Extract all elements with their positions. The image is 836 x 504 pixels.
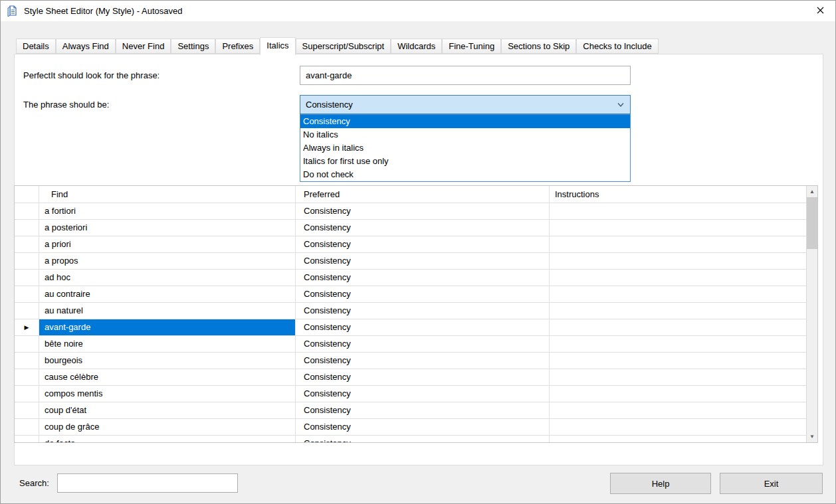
- header-preferred[interactable]: Preferred: [296, 186, 550, 203]
- header-instructions[interactable]: Instructions: [550, 186, 806, 203]
- phrase-table: Find Preferred Instructions a fortioriCo…: [14, 185, 818, 443]
- cell-find: avant-garde: [39, 319, 296, 336]
- row-selector[interactable]: [15, 286, 39, 303]
- cell-instructions: [550, 220, 806, 236]
- table-row[interactable]: a fortioriConsistency: [15, 203, 806, 220]
- table-row[interactable]: coup d'étatConsistency: [15, 402, 806, 419]
- cell-preferred: Consistency: [296, 319, 550, 336]
- tab-wildcards[interactable]: Wildcards: [391, 39, 442, 54]
- app-icon: [7, 5, 18, 17]
- cell-instructions: [550, 419, 806, 436]
- cell-find: compos mentis: [39, 386, 296, 402]
- cell-find: ad hoc: [39, 270, 296, 286]
- dropdown-list: ConsistencyNo italicsAlways in italicsIt…: [300, 114, 631, 182]
- header-find[interactable]: Find: [39, 186, 296, 203]
- cell-instructions: [550, 270, 806, 286]
- cell-find: coup de grâce: [39, 419, 296, 436]
- table-row[interactable]: coup de grâceConsistency: [15, 419, 806, 436]
- row-selector[interactable]: [15, 203, 39, 220]
- table-row[interactable]: a prioriConsistency: [15, 236, 806, 253]
- cell-preferred: Consistency: [296, 220, 550, 236]
- dropdown-option[interactable]: Always in italics: [300, 141, 630, 155]
- row-selector[interactable]: [15, 303, 39, 319]
- cell-find: au contraire: [39, 286, 296, 303]
- cell-instructions: [550, 203, 806, 220]
- row-selector[interactable]: [15, 336, 39, 353]
- window-title: Style Sheet Editor (My Style) - Autosave…: [24, 6, 182, 16]
- table-row[interactable]: ▶avant-gardeConsistency: [15, 319, 806, 336]
- table-row[interactable]: bête noireConsistency: [15, 336, 806, 353]
- cell-instructions: [550, 303, 806, 319]
- cell-preferred: Consistency: [296, 303, 550, 319]
- table-row[interactable]: au contraireConsistency: [15, 286, 806, 303]
- dropdown-selected-value: Consistency: [306, 100, 353, 110]
- tab-checks-to-include[interactable]: Checks to Include: [576, 39, 658, 54]
- tab-always-find[interactable]: Always Find: [56, 39, 116, 54]
- tab-fine-tuning[interactable]: Fine-Tuning: [442, 39, 501, 54]
- cell-find: bourgeois: [39, 353, 296, 369]
- cell-find: coup d'état: [39, 402, 296, 419]
- phrase-type-label: The phrase should be:: [23, 96, 109, 114]
- phrase-label: PerfectIt should look for the phrase:: [23, 66, 159, 85]
- scrollbar-thumb[interactable]: [807, 197, 817, 249]
- table-row[interactable]: au naturelConsistency: [15, 303, 806, 319]
- row-selector[interactable]: [15, 386, 39, 402]
- exit-button[interactable]: Exit: [720, 473, 823, 494]
- cell-find: au naturel: [39, 303, 296, 319]
- cell-preferred: Consistency: [296, 419, 550, 436]
- row-selector[interactable]: [15, 253, 39, 270]
- close-button[interactable]: [805, 1, 835, 21]
- table-row[interactable]: cause célèbreConsistency: [15, 369, 806, 386]
- cell-preferred: Consistency: [296, 402, 550, 419]
- row-selector[interactable]: [15, 419, 39, 436]
- table-row[interactable]: ad hocConsistency: [15, 270, 806, 286]
- row-selector[interactable]: ▶: [15, 319, 39, 336]
- search-input[interactable]: [57, 473, 238, 493]
- cell-instructions: [550, 436, 806, 442]
- scroll-up-icon[interactable]: ▲: [807, 186, 817, 197]
- cell-preferred: Consistency: [296, 386, 550, 402]
- cell-find: bête noire: [39, 336, 296, 353]
- phrase-input[interactable]: [300, 66, 631, 85]
- cell-preferred: Consistency: [296, 253, 550, 270]
- row-selector[interactable]: [15, 436, 39, 442]
- table-row[interactable]: a posterioriConsistency: [15, 220, 806, 236]
- close-icon: [817, 6, 824, 16]
- tab-italics[interactable]: Italics: [260, 37, 295, 55]
- table-row[interactable]: bourgeoisConsistency: [15, 353, 806, 369]
- tab-sections-to-skip[interactable]: Sections to Skip: [501, 39, 576, 54]
- row-selector[interactable]: [15, 270, 39, 286]
- table-row[interactable]: a proposConsistency: [15, 253, 806, 270]
- cell-find: de facto: [39, 436, 296, 442]
- dropdown-option[interactable]: No italics: [300, 128, 630, 141]
- row-selector[interactable]: [15, 353, 39, 369]
- vertical-scrollbar[interactable]: ▲ ▼: [806, 186, 817, 442]
- tab-content-panel: PerfectIt should look for the phrase: Th…: [14, 54, 823, 465]
- dropdown-option[interactable]: Consistency: [300, 115, 630, 128]
- dropdown-option[interactable]: Do not check: [300, 168, 630, 181]
- table-row[interactable]: compos mentisConsistency: [15, 386, 806, 402]
- scroll-down-icon[interactable]: ▼: [807, 431, 817, 442]
- cell-instructions: [550, 402, 806, 419]
- row-selector[interactable]: [15, 402, 39, 419]
- cell-find: a priori: [39, 236, 296, 253]
- chevron-down-icon: [617, 102, 625, 108]
- cell-instructions: [550, 286, 806, 303]
- row-selector[interactable]: [15, 236, 39, 253]
- dropdown-option[interactable]: Italics for first use only: [300, 155, 630, 168]
- row-selector[interactable]: [15, 369, 39, 386]
- tab-details[interactable]: Details: [16, 39, 56, 54]
- tab-settings[interactable]: Settings: [171, 39, 215, 54]
- cell-instructions: [550, 253, 806, 270]
- cell-instructions: [550, 319, 806, 336]
- cell-instructions: [550, 353, 806, 369]
- phrase-type-dropdown[interactable]: Consistency: [300, 95, 631, 114]
- cell-preferred: Consistency: [296, 236, 550, 253]
- tab-superscript-subscript[interactable]: Superscript/Subscript: [296, 39, 391, 54]
- table-row[interactable]: de factoConsistency: [15, 436, 806, 442]
- help-button[interactable]: Help: [610, 473, 711, 494]
- row-selector[interactable]: [15, 220, 39, 236]
- cell-find: a propos: [39, 253, 296, 270]
- tab-never-find[interactable]: Never Find: [116, 39, 171, 54]
- tab-prefixes[interactable]: Prefixes: [215, 39, 260, 54]
